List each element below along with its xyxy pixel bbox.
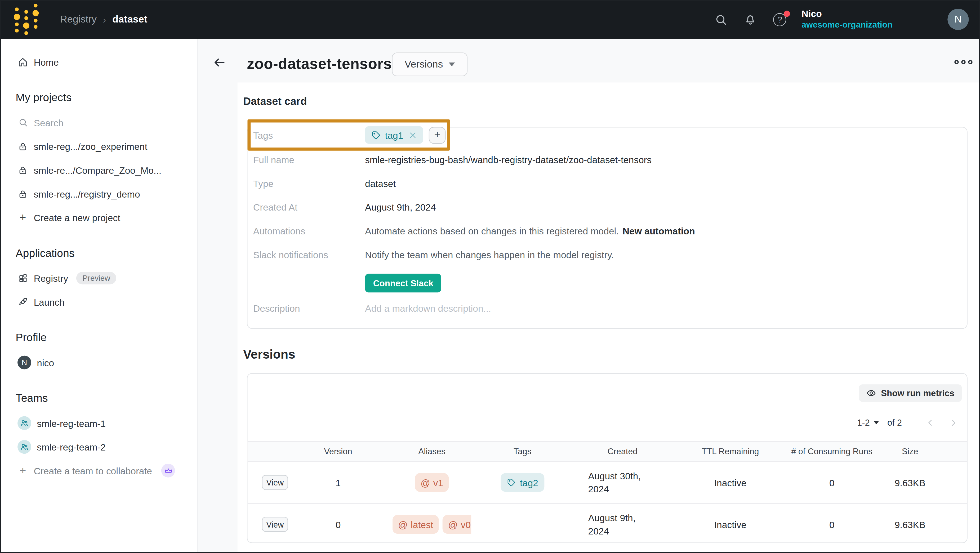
lock-icon xyxy=(18,141,28,151)
tag-icon xyxy=(371,130,380,140)
header-size: Size xyxy=(882,447,938,456)
versions-card: Show run metrics 1-2 of 2 xyxy=(247,373,967,543)
sidebar-heading-profile: Profile xyxy=(16,331,197,344)
tags-cell: tag2 xyxy=(479,473,566,492)
sidebar-item-registry[interactable]: Registry Preview xyxy=(0,266,197,290)
notification-dot xyxy=(784,10,791,17)
description-label: Description xyxy=(253,303,365,313)
navbar-actions: ? Nico awesome-organization N xyxy=(698,8,969,30)
connect-slack-button[interactable]: Connect Slack xyxy=(365,274,442,292)
plus-icon: + xyxy=(18,212,28,223)
breadcrumb: Registry › dataset xyxy=(60,14,148,25)
sidebar-project-compare-zoo[interactable]: smle-re.../Compare_Zoo_Mo... xyxy=(0,158,197,182)
aliases-cell: @ v1 xyxy=(385,473,479,492)
full-name-row: Full name smle-registries-bug-bash/wandb… xyxy=(247,148,967,172)
automations-text: Automate actions based on changes in thi… xyxy=(365,226,619,236)
sidebar-team-1[interactable]: smle-reg-team-1 xyxy=(0,411,197,435)
breadcrumb-registry[interactable]: Registry xyxy=(60,14,97,25)
sidebar-heading-applications: Applications xyxy=(16,246,197,260)
lock-icon xyxy=(18,165,28,175)
dataset-card-title: Dataset card xyxy=(243,95,979,109)
slack-row: Slack notifications Notify the team when… xyxy=(247,243,967,267)
user-organization[interactable]: awesome-organization xyxy=(802,20,892,30)
help-icon[interactable]: ? xyxy=(773,13,787,26)
type-row: Type dataset xyxy=(247,172,967,195)
view-button[interactable]: View xyxy=(262,475,288,490)
created-cell: August 30th, 2024 xyxy=(566,469,679,496)
search-placeholder: Search xyxy=(33,117,63,128)
new-automation-link[interactable]: New automation xyxy=(622,226,695,236)
chevron-down-icon xyxy=(449,62,455,66)
sidebar-heading-my-projects: My projects xyxy=(16,91,197,104)
sidebar-create-team[interactable]: + Create a team to collaborate xyxy=(0,459,197,483)
header-tags: Tags xyxy=(479,447,566,456)
back-arrow-icon[interactable] xyxy=(212,56,226,69)
sidebar-create-project[interactable]: + Create a new project xyxy=(0,205,197,229)
automations-label: Automations xyxy=(253,226,365,236)
sidebar-search[interactable]: Search xyxy=(0,111,197,135)
ttl-cell: Inactive xyxy=(679,519,782,530)
page-range-dropdown[interactable]: 1-2 xyxy=(857,417,878,427)
next-page-icon[interactable] xyxy=(949,418,958,427)
avatar: N xyxy=(18,356,31,369)
show-run-metrics-button[interactable]: Show run metrics xyxy=(858,384,962,402)
table-row: View 0 @ latest @ v0 xyxy=(247,504,967,543)
add-tag-button[interactable]: + xyxy=(429,127,446,143)
sidebar-item-profile-nico[interactable]: N nico xyxy=(0,351,197,375)
header-consuming-runs: # of Consuming Runs xyxy=(782,447,882,456)
lock-icon xyxy=(18,189,28,199)
created-at-row: Created At August 9th, 2024 xyxy=(247,195,967,219)
chevron-down-icon xyxy=(873,421,878,424)
aliases-cell: @ latest @ v0 xyxy=(385,515,479,534)
user-menu[interactable]: Nico awesome-organization xyxy=(802,8,892,30)
view-button[interactable]: View xyxy=(262,517,288,532)
created-at-value: August 9th, 2024 xyxy=(365,202,436,212)
overflow-menu-icon[interactable] xyxy=(954,60,972,65)
sidebar-project-registry-demo[interactable]: smle-reg.../registry_demo xyxy=(0,182,197,206)
size-cell: 9.63KB xyxy=(882,477,938,488)
breadcrumb-current: dataset xyxy=(112,14,147,25)
main-area: zoo-dataset-tensors Versions Dataset car… xyxy=(197,39,980,553)
tag-pill-tag1[interactable]: tag1 xyxy=(365,126,423,144)
content-panel: Dataset card Tags tag1 + Full name xyxy=(238,83,979,552)
plus-icon: + xyxy=(18,465,28,476)
sidebar-item-home[interactable]: Home xyxy=(0,50,197,74)
wandb-logo-icon[interactable] xyxy=(14,4,39,35)
alias-pill-v1[interactable]: @ v1 xyxy=(415,473,449,492)
pagination: 1-2 of 2 xyxy=(857,417,958,427)
collection-header: zoo-dataset-tensors Versions xyxy=(197,39,980,83)
slack-text: Notify the team when changes happen in t… xyxy=(365,249,614,259)
preview-badge: Preview xyxy=(76,272,116,284)
previous-page-icon[interactable] xyxy=(926,418,935,427)
versions-dropdown-button[interactable]: Versions xyxy=(392,52,468,76)
versions-table: Version Aliases Tags Created TTL Remaini… xyxy=(247,441,967,543)
tag-pill-tag2[interactable]: tag2 xyxy=(501,473,544,492)
full-name-label: Full name xyxy=(253,154,365,165)
page-title: zoo-dataset-tensors xyxy=(247,55,392,73)
crown-icon xyxy=(161,464,175,478)
tags-label: Tags xyxy=(253,130,365,140)
rocket-icon xyxy=(18,297,28,307)
remove-tag-icon[interactable] xyxy=(409,131,417,139)
header-created: Created xyxy=(566,447,679,456)
search-icon[interactable] xyxy=(714,13,728,26)
sidebar: Home My projects Search smle-reg.../zoo_… xyxy=(0,39,197,553)
page-total: of 2 xyxy=(887,417,902,427)
created-at-label: Created At xyxy=(253,202,365,212)
sidebar-item-launch[interactable]: Launch xyxy=(0,290,197,314)
automations-row: Automations Automate actions based on ch… xyxy=(247,219,967,243)
sidebar-project-zoo-experiment[interactable]: smle-reg.../zoo_experiment xyxy=(0,134,197,158)
bell-icon[interactable] xyxy=(744,13,757,26)
header-version: Version xyxy=(291,447,385,456)
avatar[interactable]: N xyxy=(947,9,969,30)
consuming-runs-cell: 0 xyxy=(782,519,882,530)
alias-pill-v0[interactable]: @ v0 xyxy=(442,515,471,534)
ttl-cell: Inactive xyxy=(679,477,782,488)
table-header-row: Version Aliases Tags Created TTL Remaini… xyxy=(247,441,967,462)
breadcrumb-separator: › xyxy=(103,14,106,25)
full-name-value: smle-registries-bug-bash/wandb-registry-… xyxy=(365,154,652,165)
sidebar-team-2[interactable]: smle-reg-team-2 xyxy=(0,435,197,459)
description-row[interactable]: Description Add a markdown description..… xyxy=(247,296,967,320)
type-value: dataset xyxy=(365,178,396,188)
alias-pill-latest[interactable]: @ latest xyxy=(393,515,439,534)
